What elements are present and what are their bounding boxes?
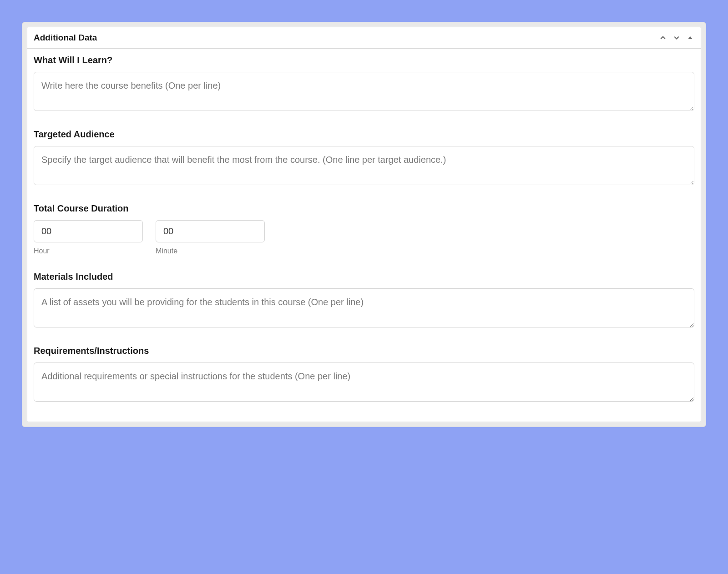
- panel-header: Additional Data: [27, 27, 701, 49]
- requirements-label: Requirements/Instructions: [34, 346, 694, 356]
- field-requirements: Requirements/Instructions: [34, 346, 694, 403]
- field-what-will-i-learn: What Will I Learn?: [34, 55, 694, 113]
- learn-label: What Will I Learn?: [34, 55, 694, 65]
- field-materials-included: Materials Included: [34, 272, 694, 329]
- move-up-icon[interactable]: [659, 34, 667, 42]
- field-total-course-duration: Total Course Duration Hour Minute: [34, 203, 694, 255]
- audience-textarea[interactable]: [34, 146, 694, 185]
- materials-textarea[interactable]: [34, 288, 694, 327]
- additional-data-panel: Additional Data What Will I Learn? Targe: [27, 27, 701, 422]
- duration-row: Hour Minute: [34, 220, 694, 255]
- materials-label: Materials Included: [34, 272, 694, 282]
- duration-hour-input[interactable]: [34, 220, 143, 242]
- move-down-icon[interactable]: [672, 34, 681, 42]
- duration-label: Total Course Duration: [34, 203, 694, 214]
- audience-label: Targeted Audience: [34, 129, 694, 140]
- panel-title: Additional Data: [34, 33, 97, 43]
- hour-sublabel: Hour: [34, 247, 143, 255]
- duration-hour-col: Hour: [34, 220, 143, 255]
- duration-minute-input[interactable]: [156, 220, 265, 242]
- panel-outer: Additional Data What Will I Learn? Targe: [22, 22, 706, 427]
- collapse-icon[interactable]: [686, 34, 694, 42]
- minute-sublabel: Minute: [156, 247, 265, 255]
- requirements-textarea[interactable]: [34, 363, 694, 402]
- learn-textarea[interactable]: [34, 72, 694, 111]
- svg-marker-0: [688, 36, 693, 39]
- panel-controls: [659, 34, 694, 42]
- field-targeted-audience: Targeted Audience: [34, 129, 694, 187]
- panel-body: What Will I Learn? Targeted Audience Tot…: [27, 49, 701, 422]
- duration-minute-col: Minute: [156, 220, 265, 255]
